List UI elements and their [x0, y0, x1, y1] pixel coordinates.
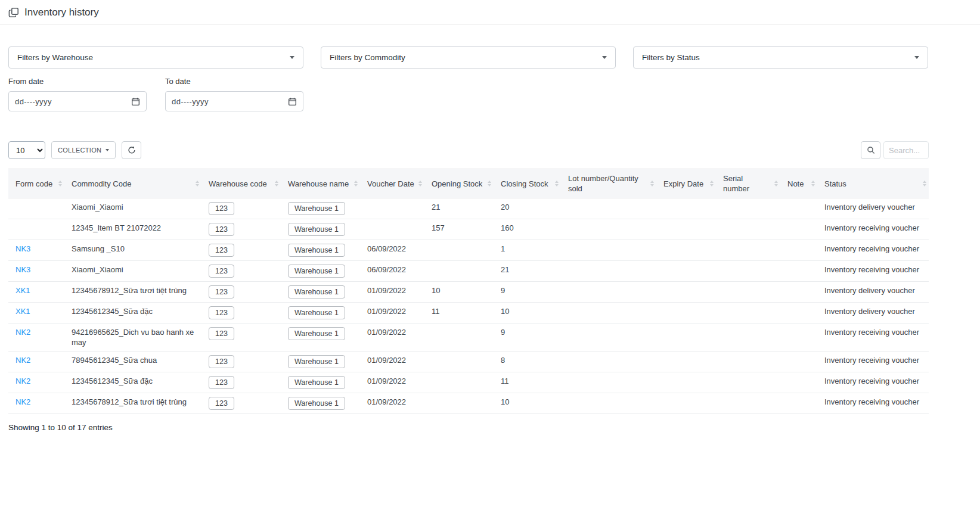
voucher-date-cell: 01/09/2022	[360, 393, 424, 414]
header-voucher-date[interactable]: Voucher Date	[360, 169, 424, 198]
voucher-date-cell	[360, 219, 424, 240]
header-closing-stock[interactable]: Closing Stock	[494, 169, 561, 198]
warehouse-code-button[interactable]: 123	[209, 327, 234, 340]
expiry-date-cell	[656, 352, 716, 372]
warehouse-code-button[interactable]: 123	[209, 223, 234, 236]
form-code-cell: NK2	[8, 324, 64, 352]
header-warehouse-code[interactable]: Warehouse code	[201, 169, 281, 198]
header-commodity-code[interactable]: Commodity Code	[64, 169, 201, 198]
warehouse-code-cell: 123	[201, 261, 281, 282]
from-date-input[interactable]: dd----yyyy	[8, 91, 147, 111]
inventory-table-body: Xiaomi_Xiaomi 123 Warehouse 1 21 20 Inve…	[8, 198, 929, 414]
warehouse-code-button[interactable]: 123	[209, 355, 234, 368]
expiry-date-cell	[656, 303, 716, 324]
search-input[interactable]	[883, 141, 929, 159]
warehouse-name-button[interactable]: Warehouse 1	[288, 397, 345, 410]
warehouse-name-button[interactable]: Warehouse 1	[288, 285, 345, 298]
commodity-filter-placeholder: Filters by Commodity	[330, 53, 405, 62]
refresh-button[interactable]	[122, 141, 141, 159]
warehouse-code-button[interactable]: 123	[209, 397, 234, 410]
warehouse-code-button[interactable]: 123	[209, 285, 234, 298]
header-label: Voucher Date	[367, 179, 414, 188]
warehouse-name-cell: Warehouse 1	[281, 352, 360, 372]
table-row: NK2 12345612345_Sữa đặc 123 Warehouse 1 …	[8, 372, 929, 393]
table-row: 12345_Item BT 21072022 123 Warehouse 1 1…	[8, 219, 929, 240]
status-cell: Inventory receiving voucher	[817, 261, 929, 282]
to-date-input[interactable]: dd----yyyy	[165, 91, 303, 111]
status-cell: Inventory receiving voucher	[817, 219, 929, 240]
status-cell: Inventory receiving voucher	[817, 324, 929, 352]
content-area: Filters by Warehouse Filters by Commodit…	[0, 46, 929, 443]
warehouse-name-button[interactable]: Warehouse 1	[288, 202, 345, 215]
warehouse-name-button[interactable]: Warehouse 1	[288, 327, 345, 340]
warehouse-code-button[interactable]: 123	[209, 244, 234, 257]
opening-stock-cell	[424, 261, 494, 282]
header-serial-number[interactable]: Serial number	[716, 169, 780, 198]
commodity-filter-select[interactable]: Filters by Commodity	[321, 46, 616, 69]
header-warehouse-name[interactable]: Warehouse name	[281, 169, 360, 198]
to-date-group: To date dd----yyyy	[165, 77, 303, 111]
header-label: Commodity Code	[72, 179, 131, 188]
inventory-table: Form code Commodity Code Warehouse code …	[8, 169, 929, 414]
status-cell: Inventory receiving voucher	[817, 240, 929, 261]
warehouse-code-button[interactable]: 123	[209, 376, 234, 389]
voucher-date-cell	[360, 198, 424, 219]
header-opening-stock[interactable]: Opening Stock	[424, 169, 494, 198]
table-row: NK3 Samsung _S10 123 Warehouse 1 06/09/2…	[8, 240, 929, 261]
chevron-down-icon	[290, 56, 294, 59]
warehouse-name-button[interactable]: Warehouse 1	[288, 376, 345, 389]
sort-arrows-icon	[555, 181, 559, 186]
warehouse-name-button[interactable]: Warehouse 1	[288, 265, 345, 278]
warehouse-code-button[interactable]: 123	[209, 202, 234, 215]
calendar-icon[interactable]	[131, 97, 140, 106]
lot-number-cell	[561, 324, 656, 352]
page-title: Inventory history	[24, 7, 99, 18]
expiry-date-cell	[656, 219, 716, 240]
header-status[interactable]: Status	[817, 169, 929, 198]
warehouse-name-button[interactable]: Warehouse 1	[288, 306, 345, 319]
sort-arrows-icon	[774, 181, 778, 186]
form-code-link[interactable]: NK2	[15, 397, 30, 406]
warehouse-name-button[interactable]: Warehouse 1	[288, 355, 345, 368]
warehouse-code-button[interactable]: 123	[209, 306, 234, 319]
form-code-link[interactable]: NK2	[15, 356, 30, 365]
form-code-link[interactable]: XK1	[15, 307, 30, 316]
warehouse-name-button[interactable]: Warehouse 1	[288, 244, 345, 257]
status-filter-select[interactable]: Filters by Status	[633, 46, 928, 69]
header-lot-number[interactable]: Lot number/Quantity sold	[561, 169, 656, 198]
table-row: XK1 12345612345_Sữa đặc 123 Warehouse 1 …	[8, 303, 929, 324]
form-code-link[interactable]: NK3	[15, 244, 30, 253]
collection-button[interactable]: COLLECTION	[51, 141, 116, 159]
table-row: NK2 12345678912_Sữa tươi tiệt trùng 123 …	[8, 393, 929, 414]
form-code-link[interactable]: NK2	[15, 328, 30, 337]
voucher-date-cell: 01/09/2022	[360, 282, 424, 303]
note-cell	[780, 352, 817, 372]
sort-arrows-icon	[811, 181, 815, 186]
warehouse-name-button[interactable]: Warehouse 1	[288, 223, 345, 236]
warehouse-name-cell: Warehouse 1	[281, 324, 360, 352]
header-form-code[interactable]: Form code	[8, 169, 64, 198]
voucher-date-cell: 01/09/2022	[360, 352, 424, 372]
search-button[interactable]	[861, 141, 880, 159]
warehouse-code-button[interactable]: 123	[209, 265, 234, 278]
header-expiry-date[interactable]: Expiry Date	[656, 169, 716, 198]
closing-stock-cell: 9	[494, 324, 561, 352]
note-cell	[780, 303, 817, 324]
header-note[interactable]: Note	[780, 169, 817, 198]
page-size-select[interactable]: 10	[8, 141, 45, 159]
lot-number-cell	[561, 198, 656, 219]
form-code-link[interactable]: NK3	[15, 265, 30, 274]
closing-stock-cell: 9	[494, 282, 561, 303]
commodity-code-cell: 12345678912_Sữa tươi tiệt trùng	[64, 393, 201, 414]
warehouse-filter-select[interactable]: Filters by Warehouse	[8, 46, 303, 69]
calendar-icon[interactable]	[288, 97, 297, 106]
voucher-date-cell: 01/09/2022	[360, 303, 424, 324]
form-code-link[interactable]: NK2	[15, 377, 30, 385]
form-code-link[interactable]: XK1	[15, 286, 30, 295]
form-code-cell: NK2	[8, 352, 64, 372]
expiry-date-cell	[656, 393, 716, 414]
expiry-date-cell	[656, 282, 716, 303]
sort-arrows-icon	[354, 181, 358, 186]
form-code-cell	[8, 219, 64, 240]
header-label: Lot number/Quantity sold	[568, 174, 638, 193]
